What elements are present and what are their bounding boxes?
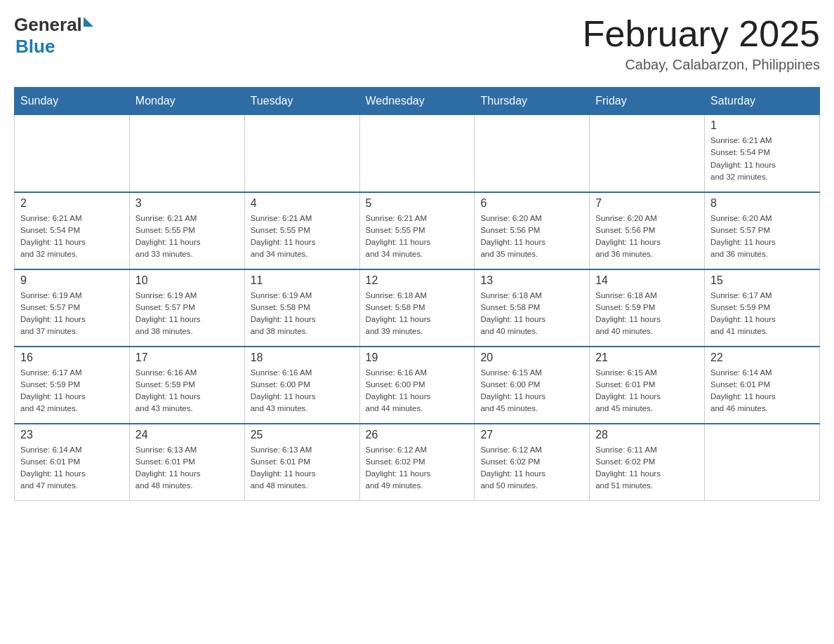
day-number: 25 xyxy=(251,429,354,441)
location-subtitle: Cabay, Calabarzon, Philippines xyxy=(583,57,820,73)
day-number: 17 xyxy=(135,351,239,364)
day-number: 2 xyxy=(20,197,124,210)
calendar-cell: 20Sunrise: 6:15 AMSunset: 6:00 PMDayligh… xyxy=(475,347,590,424)
day-number: 28 xyxy=(595,429,699,441)
calendar-cell: 3Sunrise: 6:21 AMSunset: 5:55 PMDaylight… xyxy=(129,192,244,269)
day-info: Sunrise: 6:18 AMSunset: 5:58 PMDaylight:… xyxy=(366,290,469,338)
day-number: 26 xyxy=(366,429,469,441)
calendar-cell: 25Sunrise: 6:13 AMSunset: 6:01 PMDayligh… xyxy=(244,424,359,501)
day-info: Sunrise: 6:19 AMSunset: 5:57 PMDaylight:… xyxy=(20,290,124,338)
calendar-cell: 24Sunrise: 6:13 AMSunset: 6:01 PMDayligh… xyxy=(129,424,244,501)
calendar-cell xyxy=(359,115,475,192)
day-info: Sunrise: 6:20 AMSunset: 5:56 PMDaylight:… xyxy=(480,213,583,261)
day-info: Sunrise: 6:21 AMSunset: 5:55 PMDaylight:… xyxy=(251,213,354,261)
day-info: Sunrise: 6:15 AMSunset: 6:00 PMDaylight:… xyxy=(480,367,583,415)
calendar-week-row: 9Sunrise: 6:19 AMSunset: 5:57 PMDaylight… xyxy=(15,269,820,347)
calendar-week-row: 23Sunrise: 6:14 AMSunset: 6:01 PMDayligh… xyxy=(15,424,820,501)
day-info: Sunrise: 6:20 AMSunset: 5:56 PMDaylight:… xyxy=(595,213,699,261)
calendar-week-row: 16Sunrise: 6:17 AMSunset: 5:59 PMDayligh… xyxy=(15,347,820,424)
calendar-cell: 17Sunrise: 6:16 AMSunset: 5:59 PMDayligh… xyxy=(129,347,244,424)
calendar-cell: 1Sunrise: 6:21 AMSunset: 5:54 PMDaylight… xyxy=(705,115,820,192)
calendar-cell: 26Sunrise: 6:12 AMSunset: 6:02 PMDayligh… xyxy=(359,424,475,501)
calendar-cell: 14Sunrise: 6:18 AMSunset: 5:59 PMDayligh… xyxy=(590,269,705,347)
day-info: Sunrise: 6:19 AMSunset: 5:57 PMDaylight:… xyxy=(135,290,239,338)
day-number: 9 xyxy=(20,274,124,287)
day-info: Sunrise: 6:16 AMSunset: 6:00 PMDaylight:… xyxy=(366,367,469,415)
calendar-cell xyxy=(705,424,820,501)
day-number: 20 xyxy=(480,351,583,364)
day-info: Sunrise: 6:13 AMSunset: 6:01 PMDaylight:… xyxy=(251,444,354,492)
calendar-week-row: 1Sunrise: 6:21 AMSunset: 5:54 PMDaylight… xyxy=(15,115,820,192)
day-number: 13 xyxy=(480,274,583,287)
day-info: Sunrise: 6:14 AMSunset: 6:01 PMDaylight:… xyxy=(20,444,124,492)
day-info: Sunrise: 6:20 AMSunset: 5:57 PMDaylight:… xyxy=(710,213,814,261)
day-number: 5 xyxy=(366,197,469,210)
calendar-cell: 21Sunrise: 6:15 AMSunset: 6:01 PMDayligh… xyxy=(590,347,705,424)
calendar-cell xyxy=(590,115,705,192)
day-number: 16 xyxy=(20,351,124,364)
day-number: 3 xyxy=(135,197,239,210)
calendar-cell: 28Sunrise: 6:11 AMSunset: 6:02 PMDayligh… xyxy=(590,424,705,501)
day-number: 21 xyxy=(595,351,699,364)
calendar-cell: 6Sunrise: 6:20 AMSunset: 5:56 PMDaylight… xyxy=(475,192,590,269)
day-info: Sunrise: 6:16 AMSunset: 5:59 PMDaylight:… xyxy=(135,367,239,415)
logo: General Blue xyxy=(14,14,93,58)
day-info: Sunrise: 6:19 AMSunset: 5:58 PMDaylight:… xyxy=(251,290,354,338)
calendar-cell xyxy=(475,115,590,192)
calendar-week-row: 2Sunrise: 6:21 AMSunset: 5:54 PMDaylight… xyxy=(15,192,820,269)
calendar-cell: 18Sunrise: 6:16 AMSunset: 6:00 PMDayligh… xyxy=(244,347,359,424)
day-of-week-header: Thursday xyxy=(475,88,590,115)
calendar-cell: 2Sunrise: 6:21 AMSunset: 5:54 PMDaylight… xyxy=(15,192,130,269)
day-info: Sunrise: 6:17 AMSunset: 5:59 PMDaylight:… xyxy=(20,367,124,415)
calendar-cell: 4Sunrise: 6:21 AMSunset: 5:55 PMDaylight… xyxy=(244,192,359,269)
calendar-cell: 11Sunrise: 6:19 AMSunset: 5:58 PMDayligh… xyxy=(244,269,359,347)
calendar-cell: 7Sunrise: 6:20 AMSunset: 5:56 PMDaylight… xyxy=(590,192,705,269)
day-number: 8 xyxy=(710,197,814,210)
day-number: 10 xyxy=(135,274,239,287)
month-title: February 2025 xyxy=(583,14,820,54)
day-number: 15 xyxy=(710,274,814,287)
calendar-cell: 13Sunrise: 6:18 AMSunset: 5:58 PMDayligh… xyxy=(475,269,590,347)
day-of-week-header: Tuesday xyxy=(244,88,359,115)
day-info: Sunrise: 6:14 AMSunset: 6:01 PMDaylight:… xyxy=(710,367,814,415)
day-of-week-header: Sunday xyxy=(15,88,130,115)
logo-general: General xyxy=(14,14,82,36)
day-number: 19 xyxy=(366,351,469,364)
day-info: Sunrise: 6:21 AMSunset: 5:55 PMDaylight:… xyxy=(366,213,469,261)
day-info: Sunrise: 6:15 AMSunset: 6:01 PMDaylight:… xyxy=(595,367,699,415)
day-number: 6 xyxy=(480,197,583,210)
calendar-cell: 16Sunrise: 6:17 AMSunset: 5:59 PMDayligh… xyxy=(15,347,130,424)
title-section: February 2025 Cabay, Calabarzon, Philipp… xyxy=(583,14,820,73)
day-of-week-header: Friday xyxy=(590,88,705,115)
day-info: Sunrise: 6:13 AMSunset: 6:01 PMDaylight:… xyxy=(135,444,239,492)
calendar-cell: 15Sunrise: 6:17 AMSunset: 5:59 PMDayligh… xyxy=(705,269,820,347)
logo-blue: Blue xyxy=(15,36,55,58)
day-info: Sunrise: 6:21 AMSunset: 5:55 PMDaylight:… xyxy=(135,213,239,261)
day-number: 27 xyxy=(480,429,583,441)
day-info: Sunrise: 6:12 AMSunset: 6:02 PMDaylight:… xyxy=(366,444,469,492)
day-number: 4 xyxy=(251,197,354,210)
calendar-cell: 22Sunrise: 6:14 AMSunset: 6:01 PMDayligh… xyxy=(705,347,820,424)
calendar-cell xyxy=(244,115,359,192)
logo-triangle-icon xyxy=(84,17,93,27)
day-info: Sunrise: 6:18 AMSunset: 5:58 PMDaylight:… xyxy=(480,290,583,338)
day-number: 24 xyxy=(135,429,239,441)
calendar-table: SundayMondayTuesdayWednesdayThursdayFrid… xyxy=(14,87,820,501)
calendar-cell xyxy=(129,115,244,192)
day-info: Sunrise: 6:11 AMSunset: 6:02 PMDaylight:… xyxy=(595,444,699,492)
day-info: Sunrise: 6:18 AMSunset: 5:59 PMDaylight:… xyxy=(595,290,699,338)
calendar-cell: 23Sunrise: 6:14 AMSunset: 6:01 PMDayligh… xyxy=(15,424,130,501)
day-of-week-header: Wednesday xyxy=(359,88,475,115)
day-info: Sunrise: 6:21 AMSunset: 5:54 PMDaylight:… xyxy=(20,213,124,261)
calendar-cell: 27Sunrise: 6:12 AMSunset: 6:02 PMDayligh… xyxy=(475,424,590,501)
day-number: 1 xyxy=(710,119,814,132)
calendar-cell: 5Sunrise: 6:21 AMSunset: 5:55 PMDaylight… xyxy=(359,192,475,269)
day-of-week-header: Saturday xyxy=(705,88,820,115)
day-number: 23 xyxy=(20,429,124,441)
day-number: 7 xyxy=(595,197,699,210)
calendar-header-row: SundayMondayTuesdayWednesdayThursdayFrid… xyxy=(15,88,820,115)
day-number: 11 xyxy=(251,274,354,287)
day-number: 22 xyxy=(710,351,814,364)
day-info: Sunrise: 6:16 AMSunset: 6:00 PMDaylight:… xyxy=(251,367,354,415)
day-of-week-header: Monday xyxy=(129,88,244,115)
